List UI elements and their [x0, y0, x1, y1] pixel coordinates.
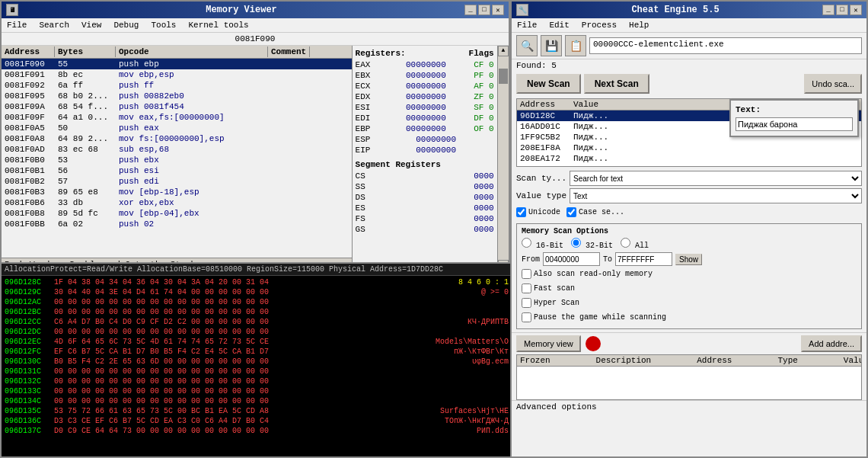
scan-type-dropdown[interactable]: Search for text: [570, 171, 862, 186]
disasm-row[interactable]: 0081F095 68 b0 2... push 00882eb0: [2, 91, 352, 101]
disasm-bytes: 64 89 2...: [55, 134, 116, 143]
show-button[interactable]: Show: [675, 254, 702, 265]
menu-view[interactable]: View: [79, 20, 104, 30]
menu-tools[interactable]: Tools: [148, 20, 178, 30]
ce-minimize[interactable]: _: [822, 5, 834, 15]
maximize-button[interactable]: □: [478, 5, 490, 15]
ce-menu-file[interactable]: File: [515, 20, 539, 30]
memory-viewer-menubar: File Search View Debug Tools Kernel tool…: [2, 18, 509, 33]
hyper-scan-checkbox[interactable]: [522, 298, 531, 308]
disasm-row[interactable]: 0081F091 8b ec mov ebp,esp: [2, 69, 352, 80]
disasm-row[interactable]: 0081F090 55 push ebp: [2, 59, 352, 69]
registers-header: Registers: Flags: [356, 49, 494, 58]
bit-options-row: 16-Bit 32-Bit All: [522, 238, 857, 250]
all-radio[interactable]: [621, 238, 630, 248]
add-address-button[interactable]: Add addre...: [801, 335, 862, 352]
disasm-comment: [268, 187, 274, 197]
scan-section: Found: 5 New Scan Next Scan Undo sca...: [512, 59, 866, 98]
advanced-options[interactable]: Advanced options: [512, 400, 866, 413]
toolbar-btn-1[interactable]: 🔍: [516, 35, 538, 56]
menu-kernel[interactable]: Kernel tools: [186, 20, 251, 30]
read-only-row: Also scan read-only memory: [522, 269, 857, 279]
hex-row: 096D12DC 00 00 00 00 00 00 00 00 00 00 0…: [5, 327, 509, 337]
fast-scan-label: Fast scan: [534, 284, 575, 293]
to-label: To: [603, 255, 612, 264]
disasm-row[interactable]: 0081F0B8 89 5d fc mov [ebp-04],ebx: [2, 208, 352, 219]
toolbar-btn-3[interactable]: 📋: [565, 35, 586, 56]
fast-scan-checkbox[interactable]: [522, 283, 531, 293]
read-only-checkbox[interactable]: [522, 269, 531, 279]
scroll-up[interactable]: ▲: [498, 46, 509, 56]
ce-menu-edit[interactable]: Edit: [547, 20, 571, 30]
case-sensitive-checkbox[interactable]: [566, 207, 576, 217]
cheat-engine-window: 🔧 Cheat Engine 5.5 _ □ ✕ File Edit Proce…: [510, 0, 868, 458]
col-addr: Address: [697, 356, 732, 365]
disasm-opcode: mov [ebp-04],ebx: [116, 209, 268, 218]
disasm-opcode: push esi: [116, 166, 268, 175]
undo-scan-button[interactable]: Undo sca...: [804, 74, 862, 94]
16bit-radio[interactable]: [522, 238, 531, 248]
value-type-dropdown[interactable]: Text: [570, 188, 862, 203]
disasm-comment: [268, 81, 274, 90]
disasm-opcode: push eax: [116, 123, 268, 133]
titlebar-buttons: _ □ ✕: [464, 5, 504, 15]
disasm-opcode: push edi: [116, 177, 268, 186]
memory-view-button[interactable]: Memory view: [516, 335, 581, 352]
text-search-input[interactable]: [736, 117, 853, 131]
disasm-row[interactable]: 0081F092 6a ff push ff: [2, 80, 352, 91]
disasm-row[interactable]: 0081F0B6 33 db xor ebx,ebx: [2, 197, 352, 208]
result-row[interactable]: 208E1F8A Пидж...: [517, 143, 861, 153]
disasm-row[interactable]: 0081F09F 64 a1 0... mov eax,fs:[00000000…: [2, 112, 352, 123]
hex-row: 096D12EC 4D 6F 64 65 6C 73 5C 4D 61 74 7…: [5, 337, 509, 347]
all-label[interactable]: All: [621, 238, 649, 250]
toolbar-btn-2[interactable]: 💾: [541, 35, 562, 56]
disasm-row[interactable]: 0081F0B1 56 push esi: [2, 165, 352, 176]
ce-menu-process[interactable]: Process: [579, 20, 619, 30]
segment-row: SS 0000: [356, 181, 494, 192]
disasm-row[interactable]: 0081F09A 68 54 f... push 0081f454: [2, 101, 352, 112]
scan-type-row: Scan ty... Search for text: [516, 171, 862, 186]
menu-debug[interactable]: Debug: [111, 20, 141, 30]
next-scan-button[interactable]: Next Scan: [584, 74, 649, 94]
menu-search[interactable]: Search: [37, 20, 72, 30]
hex-row: 096D136C D3 C3 CE EF C6 B7 5C CD EA C3 C…: [5, 416, 509, 426]
stop-icon[interactable]: [586, 336, 601, 351]
16bit-label[interactable]: 16-Bit: [522, 238, 563, 250]
disasm-row[interactable]: 0081F0B3 89 65 e8 mov [ebp-18],esp: [2, 187, 352, 197]
pause-game-checkbox[interactable]: [522, 312, 531, 322]
disasm-row[interactable]: 0081F0BB 6a 02 push 02: [2, 219, 352, 229]
disasm-opcode: xor ebx,ebx: [116, 198, 268, 207]
menu-file[interactable]: File: [5, 20, 29, 30]
disasm-row[interactable]: 0081F0B2 57 push edi: [2, 176, 352, 187]
disasm-row[interactable]: 0081F0AD 83 ec 68 sub esp,68: [2, 144, 352, 155]
hyper-scan-row: Hyper Scan: [522, 298, 857, 308]
ce-maximize[interactable]: □: [836, 5, 848, 15]
ce-close[interactable]: ✕: [850, 5, 862, 15]
unicode-checkbox[interactable]: [516, 207, 526, 217]
process-display: 00000CCC-elementclient.exe: [589, 37, 862, 54]
disasm-row[interactable]: 0081F0A5 50 push eax: [2, 123, 352, 133]
new-scan-button[interactable]: New Scan: [516, 74, 581, 94]
32bit-radio[interactable]: [571, 238, 581, 248]
disasm-comment: [268, 145, 274, 154]
scrollbar[interactable]: ▲ ▼: [497, 46, 509, 271]
disasm-opcode: push 00882eb0: [116, 91, 268, 101]
scroll-thumb[interactable]: [499, 69, 508, 84]
result-row[interactable]: 208EA172 Пидж...: [517, 153, 861, 164]
disasm-opcode: push ff: [116, 81, 268, 90]
disasm-row[interactable]: 0081F0B0 53 push ebx: [2, 155, 352, 165]
hex-row: 096D12CC C6 A4 D7 B0 C4 D0 C9 CF D2 C2 0…: [5, 317, 509, 327]
ce-menu-help[interactable]: Help: [627, 20, 651, 30]
register-row: EDI 00000000 DF 0: [356, 113, 494, 123]
from-input[interactable]: [543, 252, 600, 266]
hex-row: 096D134C 00 00 00 00 00 00 00 00 00 00 0…: [5, 396, 509, 406]
minimize-button[interactable]: _: [464, 5, 477, 15]
segment-header: Segment Registers: [356, 160, 494, 169]
cheat-table-header: Frozen Description Address Type Value: [517, 355, 861, 367]
disasm-row[interactable]: 0081F0A8 64 89 2... mov fs:[00000000],es…: [2, 133, 352, 144]
to-input[interactable]: [615, 252, 672, 266]
close-button[interactable]: ✕: [492, 5, 504, 15]
32bit-label[interactable]: 32-Bit: [571, 238, 613, 250]
pause-game-label: Pause the game while scanning: [534, 313, 666, 322]
col-description: Description: [596, 356, 652, 365]
